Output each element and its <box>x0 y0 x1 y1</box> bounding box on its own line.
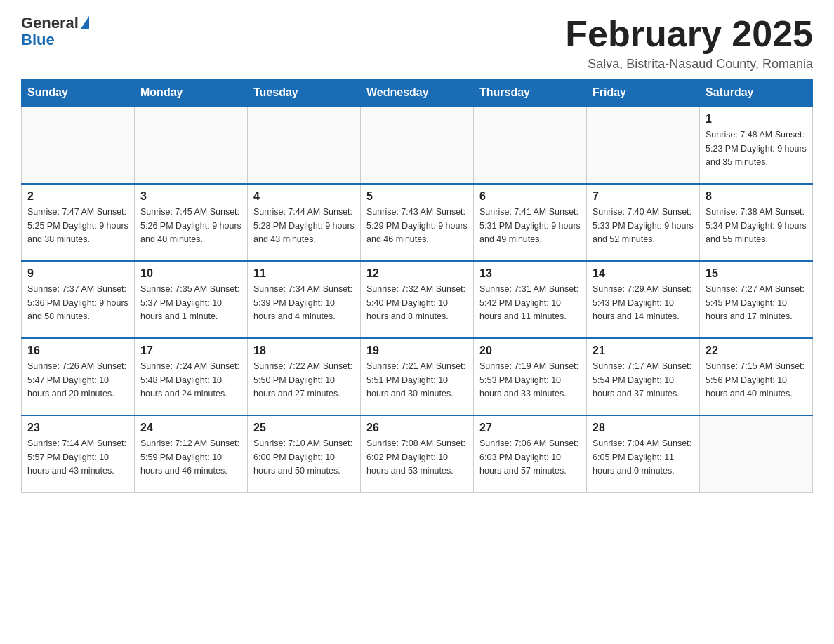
calendar-cell: 15Sunrise: 7:27 AM Sunset: 5:45 PM Dayli… <box>700 261 813 338</box>
day-info: Sunrise: 7:37 AM Sunset: 5:36 PM Dayligh… <box>27 283 128 323</box>
calendar-cell: 9Sunrise: 7:37 AM Sunset: 5:36 PM Daylig… <box>22 261 135 338</box>
day-number: 3 <box>140 190 241 203</box>
day-number: 20 <box>479 344 581 357</box>
month-title: February 2025 <box>565 14 813 54</box>
calendar-week-row: 23Sunrise: 7:14 AM Sunset: 5:57 PM Dayli… <box>22 415 813 492</box>
calendar-cell <box>22 107 135 184</box>
day-number: 26 <box>366 422 468 434</box>
day-info: Sunrise: 7:24 AM Sunset: 5:48 PM Dayligh… <box>140 360 241 401</box>
day-info: Sunrise: 7:40 AM Sunset: 5:33 PM Dayligh… <box>593 206 694 246</box>
column-header-saturday: Saturday <box>700 79 813 107</box>
calendar-cell: 18Sunrise: 7:22 AM Sunset: 5:50 PM Dayli… <box>248 338 361 415</box>
day-number: 24 <box>140 422 241 434</box>
day-info: Sunrise: 7:26 AM Sunset: 5:47 PM Dayligh… <box>27 360 128 401</box>
day-info: Sunrise: 7:06 AM Sunset: 6:03 PM Dayligh… <box>479 437 581 478</box>
calendar-cell: 6Sunrise: 7:41 AM Sunset: 5:31 PM Daylig… <box>474 184 587 261</box>
calendar-week-row: 16Sunrise: 7:26 AM Sunset: 5:47 PM Dayli… <box>22 338 813 415</box>
calendar-cell <box>248 107 361 184</box>
day-number: 18 <box>253 344 355 357</box>
day-number: 21 <box>593 344 694 357</box>
day-number: 19 <box>366 344 468 357</box>
calendar-cell: 2Sunrise: 7:47 AM Sunset: 5:25 PM Daylig… <box>22 184 135 261</box>
calendar-cell: 26Sunrise: 7:08 AM Sunset: 6:02 PM Dayli… <box>361 415 474 492</box>
calendar-cell: 4Sunrise: 7:44 AM Sunset: 5:28 PM Daylig… <box>248 184 361 261</box>
calendar-cell: 25Sunrise: 7:10 AM Sunset: 6:00 PM Dayli… <box>248 415 361 492</box>
day-info: Sunrise: 7:22 AM Sunset: 5:50 PM Dayligh… <box>253 360 355 401</box>
calendar-cell: 17Sunrise: 7:24 AM Sunset: 5:48 PM Dayli… <box>135 338 248 415</box>
title-section: February 2025 Salva, Bistrita-Nasaud Cou… <box>565 14 813 72</box>
logo: General Blue <box>21 14 89 49</box>
day-info: Sunrise: 7:44 AM Sunset: 5:28 PM Dayligh… <box>253 206 355 246</box>
calendar-cell <box>587 107 700 184</box>
calendar-cell: 21Sunrise: 7:17 AM Sunset: 5:54 PM Dayli… <box>587 338 700 415</box>
day-info: Sunrise: 7:43 AM Sunset: 5:29 PM Dayligh… <box>366 206 468 246</box>
column-header-sunday: Sunday <box>22 79 135 107</box>
calendar-week-row: 1Sunrise: 7:48 AM Sunset: 5:23 PM Daylig… <box>22 107 813 184</box>
calendar-cell: 1Sunrise: 7:48 AM Sunset: 5:23 PM Daylig… <box>700 107 813 184</box>
day-info: Sunrise: 7:31 AM Sunset: 5:42 PM Dayligh… <box>479 283 581 323</box>
day-info: Sunrise: 7:41 AM Sunset: 5:31 PM Dayligh… <box>479 206 581 246</box>
column-header-thursday: Thursday <box>474 79 587 107</box>
day-number: 15 <box>706 267 807 280</box>
day-number: 2 <box>27 190 128 203</box>
calendar-cell: 3Sunrise: 7:45 AM Sunset: 5:26 PM Daylig… <box>135 184 248 261</box>
calendar-cell: 28Sunrise: 7:04 AM Sunset: 6:05 PM Dayli… <box>587 415 700 492</box>
calendar-cell <box>474 107 587 184</box>
day-info: Sunrise: 7:21 AM Sunset: 5:51 PM Dayligh… <box>366 360 468 401</box>
page-header: General Blue February 2025 Salva, Bistri… <box>21 14 813 72</box>
calendar-week-row: 9Sunrise: 7:37 AM Sunset: 5:36 PM Daylig… <box>22 261 813 338</box>
day-number: 6 <box>479 190 581 203</box>
day-info: Sunrise: 7:04 AM Sunset: 6:05 PM Dayligh… <box>593 437 694 478</box>
day-number: 1 <box>706 113 807 126</box>
logo-triangle-icon <box>81 16 89 29</box>
day-number: 28 <box>593 422 694 434</box>
day-info: Sunrise: 7:35 AM Sunset: 5:37 PM Dayligh… <box>140 283 241 323</box>
calendar-cell: 19Sunrise: 7:21 AM Sunset: 5:51 PM Dayli… <box>361 338 474 415</box>
calendar-cell: 12Sunrise: 7:32 AM Sunset: 5:40 PM Dayli… <box>361 261 474 338</box>
calendar-cell: 7Sunrise: 7:40 AM Sunset: 5:33 PM Daylig… <box>587 184 700 261</box>
calendar-cell: 22Sunrise: 7:15 AM Sunset: 5:56 PM Dayli… <box>700 338 813 415</box>
day-number: 12 <box>366 267 468 280</box>
day-number: 7 <box>593 190 694 203</box>
day-number: 25 <box>253 422 355 434</box>
day-number: 13 <box>479 267 581 280</box>
day-number: 14 <box>593 267 694 280</box>
calendar-cell: 5Sunrise: 7:43 AM Sunset: 5:29 PM Daylig… <box>361 184 474 261</box>
calendar-cell: 23Sunrise: 7:14 AM Sunset: 5:57 PM Dayli… <box>22 415 135 492</box>
day-number: 23 <box>27 422 128 434</box>
day-number: 10 <box>140 267 241 280</box>
day-number: 5 <box>366 190 468 203</box>
day-number: 9 <box>27 267 128 280</box>
calendar-cell: 16Sunrise: 7:26 AM Sunset: 5:47 PM Dayli… <box>22 338 135 415</box>
column-header-friday: Friday <box>587 79 700 107</box>
calendar-header-row: SundayMondayTuesdayWednesdayThursdayFrid… <box>22 79 813 107</box>
day-number: 27 <box>479 422 581 434</box>
day-info: Sunrise: 7:47 AM Sunset: 5:25 PM Dayligh… <box>27 206 128 246</box>
calendar-cell <box>135 107 248 184</box>
calendar-cell: 10Sunrise: 7:35 AM Sunset: 5:37 PM Dayli… <box>135 261 248 338</box>
day-info: Sunrise: 7:17 AM Sunset: 5:54 PM Dayligh… <box>593 360 694 401</box>
column-header-monday: Monday <box>135 79 248 107</box>
day-info: Sunrise: 7:32 AM Sunset: 5:40 PM Dayligh… <box>366 283 468 323</box>
day-info: Sunrise: 7:27 AM Sunset: 5:45 PM Dayligh… <box>706 283 807 323</box>
calendar-table: SundayMondayTuesdayWednesdayThursdayFrid… <box>21 79 813 493</box>
day-info: Sunrise: 7:10 AM Sunset: 6:00 PM Dayligh… <box>253 437 355 478</box>
day-info: Sunrise: 7:38 AM Sunset: 5:34 PM Dayligh… <box>706 206 807 246</box>
calendar-cell: 27Sunrise: 7:06 AM Sunset: 6:03 PM Dayli… <box>474 415 587 492</box>
day-info: Sunrise: 7:08 AM Sunset: 6:02 PM Dayligh… <box>366 437 468 478</box>
location-subtitle: Salva, Bistrita-Nasaud County, Romania <box>565 57 813 72</box>
calendar-week-row: 2Sunrise: 7:47 AM Sunset: 5:25 PM Daylig… <box>22 184 813 261</box>
calendar-cell: 24Sunrise: 7:12 AM Sunset: 5:59 PM Dayli… <box>135 415 248 492</box>
logo-blue-text: Blue <box>21 31 55 49</box>
day-number: 17 <box>140 344 241 357</box>
day-info: Sunrise: 7:12 AM Sunset: 5:59 PM Dayligh… <box>140 437 241 478</box>
column-header-wednesday: Wednesday <box>361 79 474 107</box>
day-number: 8 <box>706 190 807 203</box>
calendar-cell: 11Sunrise: 7:34 AM Sunset: 5:39 PM Dayli… <box>248 261 361 338</box>
day-number: 22 <box>706 344 807 357</box>
day-number: 11 <box>253 267 355 280</box>
logo-general-text: General <box>21 14 79 32</box>
day-info: Sunrise: 7:14 AM Sunset: 5:57 PM Dayligh… <box>27 437 128 478</box>
calendar-cell: 14Sunrise: 7:29 AM Sunset: 5:43 PM Dayli… <box>587 261 700 338</box>
day-info: Sunrise: 7:45 AM Sunset: 5:26 PM Dayligh… <box>140 206 241 246</box>
